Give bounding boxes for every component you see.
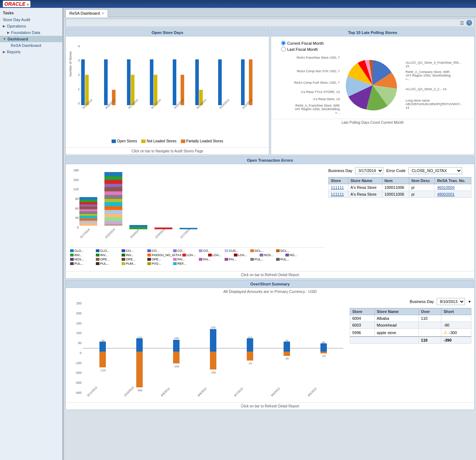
open-bar[interactable] [195,59,199,105]
overshort-business-day-select[interactable]: 8/10/2013 [437,298,465,305]
open-bar[interactable] [81,59,85,105]
overshort-panel: Over/Short Summary All Displayed Amounts… [65,280,475,410]
open-bar[interactable] [218,59,222,105]
legend-item: LOA... [234,253,259,257]
pie-label: ReIM_A_Franchise Store, With VAT Region … [293,104,340,114]
stacked-bar[interactable] [79,197,97,229]
tran-link[interactable]: 48002001 [435,191,471,198]
stacked-y-axis: 1801501209060300 [69,168,79,229]
stacked-bar[interactable] [104,172,122,229]
radio-last[interactable]: Last Fiscal Month [281,47,464,52]
open-bar[interactable] [150,59,153,105]
short-bar[interactable] [210,352,216,370]
tab-resa-dashboard[interactable]: ReSA Dashboard × [65,9,108,17]
legend-item: CO... [199,249,224,253]
open-bar[interactable] [173,59,176,105]
transaction-errors-body: 1801501209060300 [66,164,474,270]
legend-color-open [112,140,116,143]
top-toolbar: ☰ ? [65,19,475,27]
tran-link[interactable]: 46010004 [435,184,471,191]
bar-value: -100 [173,365,179,368]
legend-item: PUL... [276,258,301,261]
over-bar[interactable] [173,340,180,352]
error-code-select[interactable]: CLOSE_NO_IGTAX [408,167,462,174]
open-store-days-note: Click on bar to Navigate to Audit Stores… [66,147,269,155]
legend-item: PAI... [225,258,250,261]
short-bar[interactable] [99,352,106,367]
open-bar[interactable] [241,59,245,105]
legend-item: CO... [122,249,147,253]
legend-item: DCL... [250,249,275,253]
stacked-bars-area: 1801501209060300 [69,167,325,267]
radio-last-input[interactable] [281,47,286,52]
sidebar-item-foundation-data[interactable]: ▶ Foundation Data [0,29,62,36]
pie-section: ReSA Franchise Store USD, 7 ReSA Comp No… [274,56,471,114]
warning-icon: ⚠ [443,330,448,335]
legend-item: OPE... [122,258,147,261]
sidebar-item-store-day-audit[interactable]: Store Day Audit [0,16,62,23]
over-bar[interactable] [247,338,253,352]
sidebar-item-resa-dashboard[interactable]: ReSA Dashboard [0,42,62,49]
legend-item: PUL... [70,262,95,265]
overshort-table: Store Store Name Over Short 6004 Albaba [350,308,471,344]
short-bar[interactable] [247,352,253,361]
diverging-chart-area: 250200150100500-100-200-300-400 70 [69,298,347,398]
legend-item: NO... [285,253,310,257]
open-store-days-legend: Open Stores Not Loaded Stores Partially … [69,139,266,143]
bar-value: -75 [248,362,252,365]
pie-label: ReSA Comp Fuel Store, USD, 7 [293,81,340,84]
tab-close-button[interactable]: × [102,11,104,15]
over-bar[interactable] [284,342,290,352]
legend-color-partial [181,140,185,143]
open-store-days-panel: Open Store Days 43210 Number of Stores [65,29,269,155]
radio-current[interactable]: Current Fiscal Month [281,41,464,45]
legend-item: PUL... [250,258,275,261]
filter-row: Business Day 3/17/2014 Error Code CLOSE_… [328,167,471,174]
y-axis-label: Number of Stores [69,51,72,77]
help-icon[interactable]: ? [466,20,472,26]
open-bar[interactable] [127,59,131,105]
transaction-errors-note: Click on bar to Refresh Detail Report [66,271,474,278]
x-axis-labels: 3/19/2014 3/18/2014 3/17/2014 3/16/2014 … [81,107,262,111]
legend-item: CO... [147,249,172,253]
overshort-body: 250200150100500-100-200-300-400 70 [66,295,474,401]
sidebar-item-dashboard[interactable]: ▼ Dashboard [0,36,62,42]
sidebar-item-reports[interactable]: ▶ Reports [0,49,62,55]
overshort-filter-row: Business Day 8/10/2013 ▼ [350,298,471,305]
overshort-title: Over/Short Summary [66,280,474,288]
pie-label: Long store name ABCDEFGHUKLMNOPQRSTUVWXY… [406,99,452,109]
table-row: 6004 Albaba 110 [350,315,471,322]
bar-value: -110 [100,369,105,372]
transaction-errors-panel: Open Transaction Errors 1801501209060300 [65,156,475,279]
stacked-chart: 1801501209060300 [69,168,325,240]
over-bar[interactable] [210,329,216,352]
diverging-chart: 250200150100500-100-200-300-400 70 [69,298,347,398]
legend-item: PAI... [199,258,224,261]
list-icon[interactable]: ☰ [460,20,464,26]
pie-label: ReIM_A_Company Store, With VAT Region 10… [406,70,452,81]
sidebar-item-operations[interactable]: ▶ Operations [0,23,62,29]
error-legend-grid: CLO... CLO... CO... CO... CO... CO... CU… [69,247,325,267]
short-bar[interactable] [173,352,180,363]
short-bar[interactable] [320,352,327,353]
over-bar[interactable] [136,338,143,352]
over-bar[interactable] [320,343,327,352]
tasks-label: Tasks [0,9,62,16]
pie-label: ALLOC_QA_Store_2_2... 14 [406,87,452,91]
legend-color-not-loaded [141,140,146,143]
legend-item: INV... [122,253,147,257]
store-link[interactable]: 111111 [329,191,348,198]
legend-item: NOS... [70,258,95,261]
over-bar[interactable] [99,342,106,352]
content-area: ReSA Dashboard × ☰ ? Open Store Days [64,8,476,460]
short-bar[interactable] [284,352,290,356]
bar-value: -15 [322,354,326,358]
open-bar[interactable] [104,59,108,105]
store-link[interactable]: 111111 [329,184,348,191]
bar-value: 220 [211,326,215,329]
business-day-select[interactable]: 3/17/2014 [355,167,383,174]
legend-item: PUL... [96,262,121,265]
radio-current-input[interactable] [281,41,286,45]
pie-label: A's Resa Store, 13 [293,97,340,101]
dashboard-content: ☰ ? Open Store Days 43210 [64,17,476,460]
